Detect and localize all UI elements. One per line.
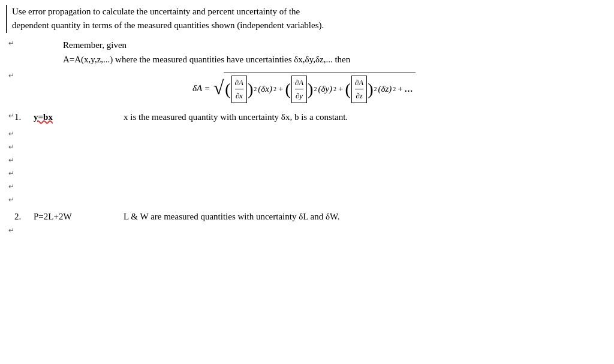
page-container: Use error propagation to calculate the u…	[6, 5, 602, 238]
return-arrow-8: ↵	[8, 181, 14, 192]
spacer-9: ↵	[6, 194, 602, 207]
partial-frac-1-num: ∂A	[235, 77, 243, 90]
intro-text: Use error propagation to calculate the u…	[12, 5, 324, 33]
partial-frac-2-num: ∂A	[295, 77, 303, 90]
return-arrow-9: ↵	[8, 194, 14, 205]
formula-inner: δA = √ ( ∂A ∂x ) 2 (δx) 2 + (	[192, 73, 416, 104]
problem-2-label: P=2L+2W	[34, 210, 124, 224]
problem-1-label: y=bx	[34, 110, 124, 124]
partial-frac-1: ∂A ∂x	[231, 76, 247, 103]
partial-frac-2-den: ∂y	[296, 89, 303, 102]
intro-line2: dependent quantity in terms of the measu…	[12, 20, 324, 30]
ellipsis: ...	[405, 82, 413, 96]
exp-2: 2	[314, 85, 317, 94]
problem-2-number: 2.	[14, 210, 34, 224]
spacer-10: ↵	[6, 225, 602, 238]
plus-3: +	[398, 82, 402, 96]
return-arrow-7: ↵	[8, 168, 14, 179]
spacer-8: ↵	[6, 181, 602, 194]
remember-equation: A=A(x,y,z,...) where the measured quanti…	[63, 52, 602, 67]
spacer-5: ↵	[6, 142, 602, 155]
exp-dx: 2	[273, 85, 276, 94]
intro-line1: Use error propagation to calculate the u…	[12, 7, 300, 16]
problem-2-row: 2. P=2L+2W L & W are measured quantities…	[6, 210, 602, 224]
return-arrow-1: ↵	[8, 38, 14, 49]
sqrt-content: ( ∂A ∂x ) 2 (δx) 2 + ( ∂A ∂y ) 2	[224, 73, 416, 104]
delta-z-term: (δz)	[378, 82, 392, 96]
partial-frac-3-den: ∂z	[356, 89, 362, 102]
exp-dy: 2	[333, 85, 336, 94]
partial-frac-3-num: ∂A	[355, 77, 363, 90]
sqrt-symbol: √	[213, 80, 224, 96]
return-arrow-2: ↵	[8, 70, 14, 81]
exp-1: 2	[254, 85, 257, 94]
remember-block: Remember, given A=A(x,y,z,...) where the…	[63, 38, 602, 67]
open-paren-3: (	[345, 82, 351, 97]
problem-2-desc: L & W are measured quantities with uncer…	[124, 210, 340, 224]
remember-label: Remember, given	[63, 40, 127, 50]
problem-1-row: 1. y=bx x is the measured quantity with …	[6, 110, 602, 124]
open-paren-1: (	[225, 82, 230, 97]
partial-frac-1-den: ∂x	[236, 89, 243, 102]
return-arrow-4: ↵	[8, 128, 14, 139]
remember-eq-text: A=A(x,y,z,...) where the measured quanti…	[63, 55, 350, 64]
delta-y-term: (δy)	[318, 82, 332, 96]
spacer-6: ↵	[6, 155, 602, 168]
return-arrow-5: ↵	[8, 142, 14, 152]
return-arrow-10: ↵	[8, 225, 14, 236]
return-arrow-6: ↵	[8, 155, 14, 166]
close-paren-2: )	[308, 82, 313, 97]
problem-1-number: 1.	[14, 110, 34, 124]
close-paren-1: )	[248, 82, 253, 97]
open-paren-2: (	[285, 82, 290, 97]
problem-1-desc: x is the measured quantity with uncertai…	[124, 110, 348, 124]
return-arrow-3: ↵	[8, 110, 14, 121]
exp-3: 2	[374, 85, 377, 94]
partial-frac-2: ∂A ∂y	[291, 76, 307, 103]
delta-a-lhs: δA =	[192, 82, 210, 95]
delta-x-term: (δx)	[258, 82, 272, 96]
intro-block: Use error propagation to calculate the u…	[6, 5, 602, 33]
spacer-4: ↵	[6, 128, 602, 142]
spacer-7: ↵	[6, 168, 602, 181]
remember-given: Remember, given	[63, 38, 602, 52]
plus-1: +	[278, 82, 283, 96]
close-paren-3: )	[368, 82, 373, 97]
plus-2: +	[338, 82, 343, 96]
exp-dz: 2	[393, 85, 396, 94]
partial-frac-3: ∂A ∂z	[351, 76, 367, 103]
formula-block: δA = √ ( ∂A ∂x ) 2 (δx) 2 + (	[6, 73, 602, 104]
